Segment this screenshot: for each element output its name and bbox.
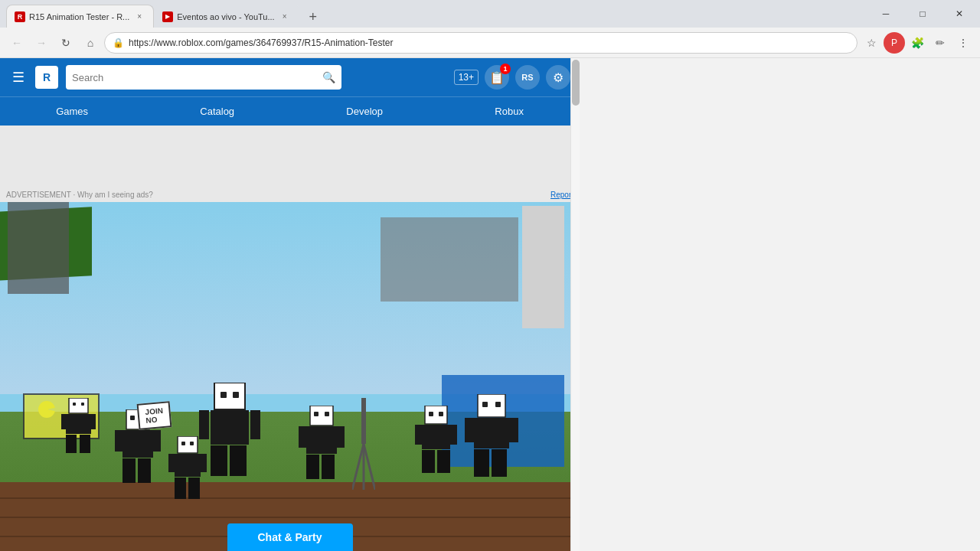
ad-label-row: ADVERTISEMENT · Why am I seeing ads? Rep…: [0, 187, 580, 202]
svg-rect-54: [422, 450, 435, 473]
svg-rect-46: [66, 435, 77, 453]
tab-youtube[interactable]: ▶ Eventos ao vivo - YouTu... ×: [154, 5, 299, 28]
svg-line-58: [364, 444, 375, 490]
search-bar[interactable]: 🔍: [66, 65, 341, 90]
character-7: [415, 406, 457, 482]
game-scene: JOINNO Chat & Party: [0, 202, 580, 551]
svg-rect-38: [175, 478, 186, 499]
roblox-navbar: ☰ R 🔍 13+ 📋 1 RS: [0, 58, 580, 96]
svg-rect-0: [214, 383, 245, 409]
sidebar-item-catalog[interactable]: Catalog: [185, 99, 250, 123]
svg-rect-1: [220, 392, 227, 398]
bookmark-icon[interactable]: ☆: [861, 32, 882, 54]
menu-icon[interactable]: ⋮: [952, 32, 974, 54]
clipboard-button[interactable]: 📋 1: [485, 65, 509, 90]
sidebar-item-games[interactable]: Games: [41, 99, 103, 123]
robux-button[interactable]: RS: [515, 65, 540, 90]
character-5: [168, 436, 207, 505]
svg-rect-49: [429, 412, 433, 416]
robux-icon: RS: [521, 73, 533, 82]
game-thumbnail: JOINNO Chat & Party: [0, 202, 580, 551]
tripod: [352, 398, 375, 490]
search-icon: 🔍: [322, 71, 335, 83]
character-4: [465, 394, 518, 486]
forward-button[interactable]: →: [31, 32, 52, 54]
svg-line-57: [352, 444, 364, 490]
svg-rect-39: [188, 478, 200, 499]
svg-rect-23: [322, 455, 335, 479]
right-panel: [580, 58, 980, 551]
scrollbar-thumb[interactable]: [572, 60, 580, 106]
svg-rect-14: [122, 458, 136, 483]
search-input[interactable]: [72, 72, 318, 83]
profile-icon[interactable]: P: [884, 32, 905, 54]
toolbar-icons: ☆ P 🧩 ✏ ⋮: [861, 32, 974, 54]
roblox-nav-icons: 13+ 📋 1 RS ⚙: [454, 65, 570, 90]
svg-rect-51: [422, 425, 450, 449]
svg-rect-44: [61, 414, 67, 429]
roblox-favicon: R: [15, 11, 25, 22]
svg-rect-15: [138, 458, 151, 483]
svg-rect-7: [230, 445, 247, 476]
svg-rect-43: [66, 414, 91, 434]
svg-rect-52: [415, 425, 423, 445]
svg-rect-33: [181, 442, 185, 445]
svg-rect-50: [439, 412, 443, 416]
bg-white-building: [522, 206, 564, 328]
character-6: [61, 398, 96, 459]
ad-area: ADVERTISEMENT · Why am I seeing ads? Rep…: [0, 126, 580, 202]
svg-rect-29: [509, 418, 518, 442]
browser-toolbar: ← → ↻ ⌂ 🔒 ☆ P 🧩 ✏ ⋮: [0, 28, 980, 58]
age-badge: 13+: [454, 70, 479, 85]
reload-button[interactable]: ↻: [55, 32, 77, 54]
sidebar-item-develop[interactable]: Develop: [331, 99, 398, 123]
browser-frame: R R15 Animation Tester - R... × ▶ Evento…: [0, 0, 980, 551]
svg-rect-47: [80, 435, 90, 453]
back-button[interactable]: ←: [6, 32, 28, 54]
svg-rect-4: [199, 410, 209, 439]
svg-rect-19: [306, 426, 337, 454]
browser-titlebar: R R15 Animation Tester - R... × ▶ Evento…: [0, 0, 980, 28]
svg-rect-40: [69, 398, 88, 413]
maximize-button[interactable]: □: [905, 0, 940, 28]
hamburger-icon[interactable]: ☰: [9, 66, 28, 89]
settings-button[interactable]: ⚙: [546, 65, 570, 90]
svg-rect-41: [73, 403, 76, 406]
svg-rect-34: [190, 442, 194, 445]
roblox-logo: R: [35, 66, 58, 89]
pen-icon[interactable]: ✏: [929, 32, 951, 54]
tab-roblox[interactable]: R R15 Animation Tester - R... ×: [6, 5, 154, 28]
sidebar-item-robux[interactable]: Robux: [479, 99, 539, 123]
svg-rect-30: [474, 449, 489, 477]
new-tab-button[interactable]: +: [302, 6, 324, 28]
tab-youtube-close[interactable]: ×: [279, 11, 291, 23]
tab-roblox-close[interactable]: ×: [133, 11, 145, 23]
home-button[interactable]: ⌂: [80, 32, 101, 54]
join-now-sign: JOINNO: [137, 401, 172, 430]
game-thumbnail-container: JOINNO Chat & Party: [0, 202, 580, 551]
extensions-icon[interactable]: 🧩: [906, 32, 928, 54]
tab-roblox-title: R15 Animation Tester - R...: [29, 12, 129, 21]
svg-rect-17: [314, 412, 318, 416]
tab-bar: R R15 Animation Tester - R... × ▶ Evento…: [0, 0, 324, 28]
svg-rect-55: [437, 450, 450, 473]
svg-rect-26: [495, 402, 501, 407]
close-button[interactable]: ✕: [942, 0, 977, 28]
address-bar[interactable]: 🔒: [104, 32, 858, 54]
svg-rect-42: [81, 403, 84, 406]
tab-youtube-title: Eventos ao vivo - YouTu...: [177, 12, 274, 21]
youtube-favicon: ▶: [162, 11, 173, 22]
svg-rect-9: [130, 416, 135, 420]
minimize-button[interactable]: ─: [868, 0, 903, 28]
svg-rect-32: [178, 436, 198, 453]
svg-rect-37: [201, 454, 207, 472]
svg-rect-11: [122, 430, 153, 458]
settings-icon: ⚙: [553, 70, 564, 85]
bg-gray-building-left: [8, 202, 69, 294]
chat-party-button[interactable]: Chat & Party: [227, 523, 352, 551]
url-input[interactable]: [129, 37, 849, 48]
browser-content: ☰ R 🔍 13+ 📋 1 RS: [0, 58, 980, 551]
svg-rect-36: [168, 454, 175, 472]
svg-rect-27: [474, 418, 509, 448]
page-scrollbar[interactable]: [570, 58, 580, 551]
